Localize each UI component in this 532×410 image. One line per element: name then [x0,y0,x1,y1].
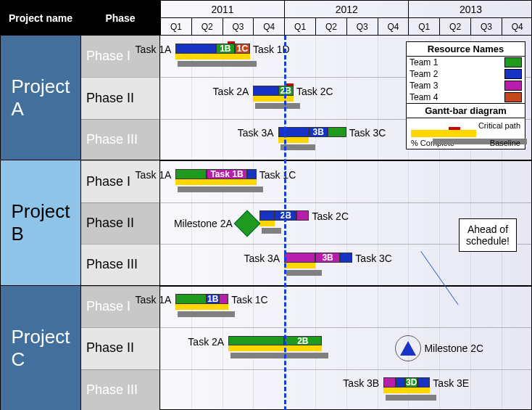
pct-complete [383,388,396,393]
task-label: Task 3B [343,377,379,389]
phase-label: Phase I [80,36,160,77]
task-bar [219,294,228,304]
task-bar: Task 1B [207,169,247,179]
task-label: Task 2A [213,86,249,97]
task-bar: 3B [315,253,340,263]
task-label: Task 3C [355,253,392,264]
phase-label: Phase I [80,160,160,202]
task-bar: 3B [309,127,328,137]
header-project: Project name [1,1,80,36]
pct-complete [228,345,284,351]
task-bar [259,210,275,221]
phase-divider [80,327,531,328]
header-quarter: Q3 [346,18,378,36]
task-label: Task 1A [136,169,172,181]
project-label: ProjectA [1,36,80,160]
task-bar: 1B [207,294,219,304]
phase-label: Phase III [80,244,160,285]
legend: Resource NamesTeam 1Team 2Team 3Team 4Ga… [406,41,525,149]
phase-divider [80,369,531,370]
task-bar [340,253,352,263]
baseline-bar [420,395,436,401]
pct-complete [207,304,219,310]
task-bar: 3D [405,377,417,388]
phase-label: Phase II [80,77,160,118]
baseline-bar [178,311,213,317]
baseline-bar [237,61,257,67]
header-quarter: Q3 [470,18,502,36]
task-label: Task 3E [433,377,469,389]
header-quarter: Q4 [502,18,532,36]
header-year: 2013 [408,1,532,18]
task-bar [253,86,278,96]
pct-complete [278,137,309,143]
header-quarter: Q3 [223,18,254,36]
pct-complete [284,263,315,268]
task-label: Task 3C [349,127,386,139]
header-quarter: Q1 [284,18,315,36]
phase-label: Phase I [80,286,160,327]
pct-complete [259,221,275,226]
pct-complete [207,179,247,185]
task-label: Task 3A [244,253,280,264]
task-bar [175,294,207,304]
header-year: 2012 [284,1,408,18]
baseline-bar [178,186,213,192]
pct-complete [253,96,278,102]
task-label: Task 1C [259,169,296,181]
task-bar: 1B [216,44,235,54]
header-phase: Phase [80,1,160,36]
project-label: ProjectB [1,160,80,285]
header-quarter: Q1 [408,18,439,36]
phase-divider [80,160,531,161]
phase-divider [80,202,531,203]
phase-label: Phase II [80,327,160,369]
baseline-bar [286,353,328,358]
pct-complete [247,179,257,185]
task-bar [228,336,284,346]
task-label: Task 1A [136,44,172,55]
gridline [160,36,161,410]
now-line [284,36,286,410]
pct-complete [405,388,417,393]
project-label: ProjectC [1,286,80,410]
task-bar [284,253,315,263]
gantt-chart: Project namePhase201120122013Q1Q2Q3Q4Q1Q… [0,0,532,410]
milestone-label: Milestone 2A [174,218,233,229]
task-bar [278,127,309,137]
col-divider [80,1,81,410]
pct-complete [235,54,250,60]
phase-label: Phase II [80,202,160,244]
baseline-bar [178,61,223,67]
pct-complete [219,304,228,310]
header-quarter: Q2 [191,18,223,36]
header-quarter: Q1 [160,18,191,36]
header-quarter: Q2 [439,18,470,36]
header-quarter: Q2 [315,18,346,36]
task-bar [328,127,346,137]
phase-label: Phase III [80,369,160,410]
milestone-triangle-icon [400,341,416,356]
task-label: Task 3A [238,127,274,139]
task-label: Task 2C [312,210,349,222]
task-bar [417,377,430,388]
pct-complete [175,304,207,310]
task-bar [247,169,257,179]
milestone-diamond-icon [233,210,260,237]
baseline-bar [209,186,254,192]
pct-complete [216,54,235,60]
task-label: Task 1A [136,294,172,306]
baseline-bar [286,270,322,276]
task-bar [175,169,207,179]
task-bar [396,377,405,388]
baseline-bar [221,311,235,317]
pct-complete [284,345,321,351]
baseline-bar [230,353,291,358]
col-divider [159,1,160,410]
pct-complete [396,388,405,393]
callout: Ahead of schedule! [459,218,517,252]
header-quarter: Q4 [378,18,409,36]
task-label: Task 1C [231,294,268,306]
task-bar: 2B [284,336,321,346]
task-bar [383,377,396,388]
